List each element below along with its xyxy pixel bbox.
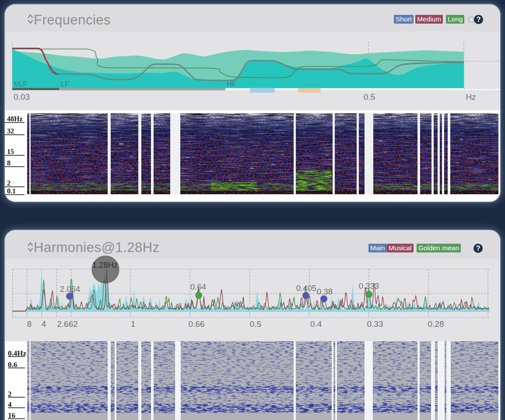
svg-text:HF: HF: [227, 80, 236, 88]
svg-text:0.405: 0.405: [296, 284, 316, 293]
svg-text:Hz: Hz: [466, 92, 476, 102]
svg-text:0.28: 0.28: [428, 319, 444, 329]
svg-text:0.66: 0.66: [189, 319, 205, 329]
svg-text:1: 1: [131, 319, 136, 329]
svg-text:1.28Hz: 1.28Hz: [92, 260, 118, 270]
svg-text:0.33: 0.33: [367, 319, 383, 329]
svg-text:8: 8: [27, 319, 32, 329]
svg-text:0.03: 0.03: [14, 92, 30, 102]
svg-text:2.064: 2.064: [60, 284, 80, 294]
svg-text:0.5: 0.5: [250, 319, 261, 329]
svg-text:0.5: 0.5: [364, 92, 375, 102]
svg-text:LF: LF: [61, 80, 69, 88]
svg-text:VLF: VLF: [14, 80, 27, 88]
svg-text:0.64: 0.64: [190, 282, 206, 291]
svg-text:2.662: 2.662: [57, 319, 78, 329]
svg-text:0.38: 0.38: [317, 287, 333, 296]
svg-text:0.4: 0.4: [310, 319, 322, 329]
svg-text:4: 4: [42, 319, 46, 329]
svg-text:0.333: 0.333: [359, 281, 379, 290]
